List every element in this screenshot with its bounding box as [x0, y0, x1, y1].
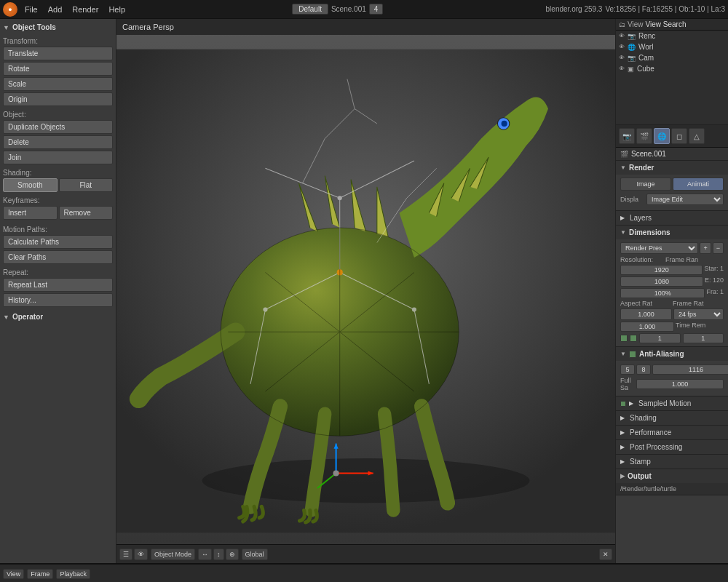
render-section-header[interactable]: ▼ Render: [616, 161, 728, 175]
menu-render[interactable]: Render: [68, 4, 103, 15]
res-x-input[interactable]: [620, 265, 703, 275]
outliner-item-cube[interactable]: 👁 ▣ Cube: [616, 63, 728, 74]
right-panel: 🗂 View View Search 👁 📷 Renc 👁 🌐 Worl 👁 📷…: [615, 19, 728, 563]
join-btn[interactable]: Join: [3, 151, 113, 164]
sampled-motion-section[interactable]: ▶ Sampled Motion: [616, 396, 728, 411]
keyframes-label: Keyframes:: [3, 196, 113, 204]
prop-object-icon-btn[interactable]: ◻: [671, 128, 687, 144]
outliner-item-cam[interactable]: 👁 📷 Cam: [616, 52, 728, 63]
outliner-item-name-cube: Cube: [637, 65, 654, 73]
clear-paths-btn[interactable]: Clear Paths: [3, 250, 113, 264]
remove-preset-btn[interactable]: −: [713, 242, 724, 254]
stamp-section[interactable]: ▶ Stamp: [616, 455, 728, 469]
outliner-search-label[interactable]: View Search: [646, 20, 687, 28]
aa-triangle: ▼: [620, 351, 626, 357]
flat-btn[interactable]: Flat: [59, 178, 114, 192]
transform-label: Transform:: [3, 37, 113, 45]
res-y-input[interactable]: [620, 276, 703, 287]
sampled-motion-title: Sampled Motion: [638, 399, 691, 407]
image-render-btn[interactable]: Image: [620, 178, 671, 191]
eye-icon-worl: 👁: [619, 44, 625, 50]
header-center: Default Scene.001 4: [132, 4, 543, 15]
header-menus: File Add Render Help: [20, 4, 130, 15]
menu-add[interactable]: Add: [44, 4, 67, 15]
anti-alias-header[interactable]: ▼ Anti-Aliasing: [616, 347, 728, 361]
output-header[interactable]: ▶ Output: [616, 469, 728, 483]
render-preset-select[interactable]: Render Pres: [620, 242, 698, 254]
frame-counter[interactable]: 4: [369, 4, 384, 15]
scene-icon: 🎬: [620, 151, 628, 158]
aa-value-input[interactable]: [652, 364, 728, 375]
view-btn[interactable]: View: [3, 569, 24, 579]
scale-btn[interactable]: Scale: [3, 77, 113, 91]
post-processing-section[interactable]: ▶ Post Processing: [616, 440, 728, 455]
sampled-motion-arrow: ▶: [629, 400, 633, 407]
dim-val1[interactable]: [639, 333, 681, 343]
outliner-list: 👁 📷 Renc 👁 🌐 Worl 👁 📷 Cam 👁 ▣ Cube: [616, 31, 728, 125]
duplicate-objects-btn[interactable]: Duplicate Objects: [3, 120, 113, 134]
checkbox2[interactable]: [630, 335, 637, 342]
smooth-btn[interactable]: Smooth: [3, 178, 58, 192]
aspect-x-fps-row: 24 fps: [620, 308, 724, 320]
prop-scene-icon-btn[interactable]: 🎬: [636, 128, 652, 144]
aspect-y-timerem-row: Time Rem: [620, 322, 724, 332]
prop-world-icon-btn[interactable]: 🌐: [654, 128, 670, 144]
aa-samples2[interactable]: [636, 364, 651, 375]
dim-val2[interactable]: [683, 333, 724, 343]
prop-mesh-icon-btn[interactable]: △: [689, 128, 705, 144]
prop-render-icon-btn[interactable]: 📷: [619, 128, 635, 144]
motion-paths-label: Motion Paths:: [3, 226, 113, 234]
origin-btn[interactable]: Origin: [3, 92, 113, 106]
history-btn[interactable]: History...: [3, 293, 113, 307]
engine-selector[interactable]: Default: [292, 4, 328, 15]
aspect-y-input[interactable]: [620, 322, 674, 332]
translate-btn[interactable]: Translate: [3, 47, 113, 60]
frame-btn[interactable]: Frame: [27, 569, 53, 579]
performance-section[interactable]: ▶ Performance: [616, 426, 728, 440]
calc-paths-btn[interactable]: Calculate Paths: [3, 235, 113, 249]
outliner-item-renc[interactable]: 👁 📷 Renc: [616, 31, 728, 41]
vt-menu-btn[interactable]: ☰: [119, 549, 132, 560]
outliner-item-name-cam: Cam: [638, 54, 654, 62]
dimensions-header[interactable]: ▼ Dimensions: [616, 226, 728, 239]
insert-keyframe-btn[interactable]: Insert: [3, 206, 58, 220]
display-select[interactable]: Image Edit: [646, 194, 724, 205]
playback-btn[interactable]: Playback: [56, 569, 90, 579]
layers-section[interactable]: ▶ Layers: [616, 211, 728, 226]
checkbox-row: [620, 333, 724, 343]
vt-tool3[interactable]: ⊕: [226, 549, 239, 560]
shading-prop-section[interactable]: ▶ Shading: [616, 411, 728, 426]
vt-tool1[interactable]: ↔: [198, 549, 212, 560]
vt-object-btn[interactable]: Object Mode: [151, 549, 195, 560]
fps-select[interactable]: 24 fps: [673, 308, 724, 320]
res-pct-input[interactable]: [620, 288, 705, 298]
sampled-motion-checkbox[interactable]: [620, 401, 626, 407]
viewport[interactable]: Camera Persp +: [116, 19, 615, 563]
full-sample-label: Full Sa: [620, 377, 635, 391]
tools-panel-title: ▼ Object Tools: [3, 22, 113, 33]
res-y-row: E: 120: [620, 276, 724, 287]
menu-file[interactable]: File: [20, 4, 42, 15]
eye-icon-renc: 👁: [619, 33, 625, 39]
checkbox1[interactable]: [620, 335, 628, 342]
menu-help[interactable]: Help: [104, 4, 130, 15]
aspect-x-input[interactable]: [620, 308, 672, 320]
fra-label: Fra: 1: [706, 288, 724, 298]
remove-keyframe-btn[interactable]: Remove: [59, 206, 114, 220]
vt-close-btn[interactable]: ✕: [599, 549, 612, 560]
add-preset-btn[interactable]: +: [700, 242, 711, 254]
vt-global-btn[interactable]: Global: [242, 549, 268, 560]
dimensions-triangle: ▼: [620, 229, 626, 236]
outliner-icon: 🗂: [619, 21, 625, 28]
viewport-header: Camera Persp: [116, 19, 615, 35]
aa-checkbox[interactable]: [629, 351, 636, 358]
outliner-item-worl[interactable]: 👁 🌐 Worl: [616, 41, 728, 52]
vt-tool2[interactable]: ↕: [213, 549, 224, 560]
rotate-btn[interactable]: Rotate: [3, 62, 113, 76]
repeat-last-btn[interactable]: Repeat Last: [3, 278, 113, 292]
delete-btn[interactable]: Delete: [3, 135, 113, 149]
animation-render-btn[interactable]: Animati: [673, 178, 724, 191]
vt-view-btn[interactable]: 👁: [134, 549, 148, 560]
aa-samples1[interactable]: [620, 364, 635, 375]
full-sample-input[interactable]: [636, 379, 724, 389]
